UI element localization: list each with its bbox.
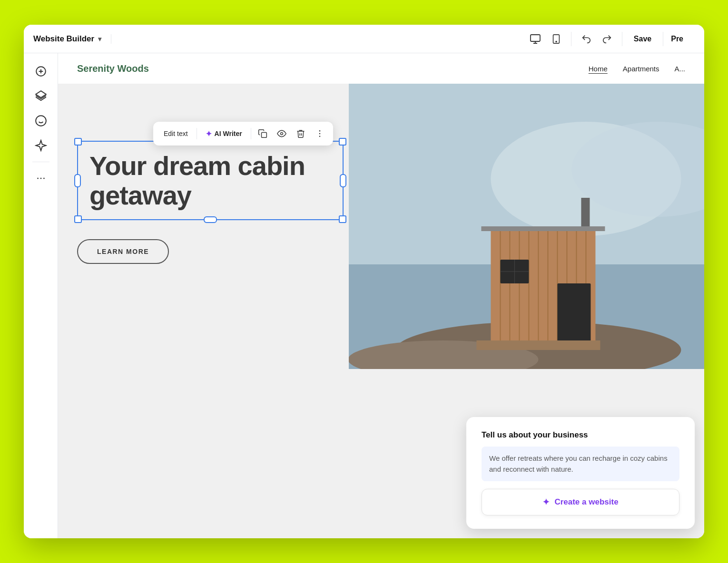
mobile-icon <box>551 34 561 44</box>
svg-point-8 <box>40 178 41 179</box>
desktop-view-button[interactable] <box>526 30 544 48</box>
business-card-title: Tell us about your business <box>482 430 679 440</box>
learn-more-button[interactable]: LEARN MORE <box>77 239 169 264</box>
handle-mid-right[interactable] <box>340 174 346 187</box>
handle-bottom-left[interactable] <box>74 215 82 223</box>
preview-button[interactable] <box>273 125 290 142</box>
svg-point-7 <box>37 178 39 179</box>
layers-icon <box>35 90 47 102</box>
more-horizontal-icon <box>36 173 46 184</box>
topbar-actions: Save Pre <box>111 30 695 48</box>
element-toolbar: Edit text ✦ AI Writer <box>153 122 333 146</box>
more-vertical-icon <box>315 129 325 138</box>
redo-icon <box>602 34 612 44</box>
canvas: Serenity Woods Home Apartments A... <box>58 53 704 538</box>
topbar-divider-2 <box>622 32 622 46</box>
svg-point-9 <box>43 178 45 179</box>
ai-design-icon <box>35 115 47 127</box>
copy-button[interactable] <box>254 125 271 142</box>
website-nav-links: Home Apartments A... <box>589 65 685 73</box>
hero-section: Edit text ✦ AI Writer <box>58 84 704 369</box>
sidebar-more-button[interactable] <box>30 168 51 189</box>
topbar: Website Builder ▾ <box>24 25 704 53</box>
more-options-button[interactable] <box>311 125 328 142</box>
ai-sparkle-icon: ✦ <box>206 129 212 138</box>
hero-left-content: Edit text ✦ AI Writer <box>77 112 685 264</box>
business-card: Tell us about your business We offer ret… <box>466 417 695 529</box>
create-website-button[interactable]: ✦ Create a website <box>482 489 679 515</box>
business-card-description: We offer retreats where you can recharge… <box>482 447 679 481</box>
create-website-label: Create a website <box>554 497 618 507</box>
svg-rect-34 <box>261 133 266 138</box>
svg-point-38 <box>319 136 320 137</box>
toolbar-divider-2 <box>251 128 251 139</box>
sidebar-magic-button[interactable] <box>30 135 51 156</box>
website-logo: Serenity Woods <box>77 63 149 74</box>
sidebar-divider <box>32 162 49 162</box>
undo-icon <box>581 34 591 44</box>
sidebar-layers-button[interactable] <box>30 86 51 107</box>
handle-mid-left[interactable] <box>74 174 81 187</box>
svg-point-2 <box>556 41 557 42</box>
sidebar-design-button[interactable] <box>30 110 51 131</box>
toolbar-divider-1 <box>197 128 197 139</box>
copy-icon <box>258 129 267 138</box>
edit-text-button[interactable]: Edit text <box>158 127 194 140</box>
create-sparkle-icon: ✦ <box>542 497 550 507</box>
svg-rect-27 <box>558 283 591 345</box>
handle-bottom-right[interactable] <box>339 215 346 223</box>
topbar-divider-3 <box>663 32 663 46</box>
svg-point-35 <box>280 133 283 135</box>
sparkle-icon <box>35 139 47 152</box>
brand-area: Website Builder ▾ <box>33 34 111 44</box>
text-selection-box[interactable]: Your dream cabin getaway <box>77 141 344 220</box>
svg-point-37 <box>319 133 320 135</box>
sidebar <box>24 53 58 538</box>
mobile-view-button[interactable] <box>547 30 565 48</box>
nav-link-home[interactable]: Home <box>589 65 608 73</box>
handle-top-left[interactable] <box>74 138 82 146</box>
eye-icon <box>277 129 286 138</box>
app-title: Website Builder <box>33 34 94 44</box>
website-navbar: Serenity Woods Home Apartments A... <box>58 53 704 84</box>
handle-bottom-mid[interactable] <box>204 216 217 223</box>
svg-rect-33 <box>477 340 600 350</box>
topbar-divider-1 <box>571 32 571 46</box>
svg-rect-0 <box>531 35 540 41</box>
sidebar-add-button[interactable] <box>30 61 51 82</box>
main-window: Website Builder ▾ <box>24 25 704 538</box>
add-circle-icon <box>35 65 47 78</box>
undo-button[interactable] <box>577 30 595 48</box>
brand-chevron-icon[interactable]: ▾ <box>98 35 101 43</box>
edit-text-label: Edit text <box>164 130 188 137</box>
svg-point-36 <box>319 130 320 132</box>
delete-button[interactable] <box>292 125 309 142</box>
nav-link-apartments[interactable]: Apartments <box>623 65 659 73</box>
preview-label: Pre <box>669 32 685 46</box>
workspace: Serenity Woods Home Apartments A... <box>24 53 704 538</box>
save-button[interactable]: Save <box>628 32 657 46</box>
ai-writer-button[interactable]: ✦ AI Writer <box>200 126 248 141</box>
nav-link-about[interactable]: A... <box>674 65 685 73</box>
hero-headline: Your dream cabin getaway <box>89 151 331 210</box>
ai-writer-label: AI Writer <box>215 130 242 137</box>
desktop-icon <box>530 33 541 45</box>
handle-top-right[interactable] <box>339 138 346 146</box>
redo-button[interactable] <box>598 30 616 48</box>
trash-icon <box>296 129 305 138</box>
